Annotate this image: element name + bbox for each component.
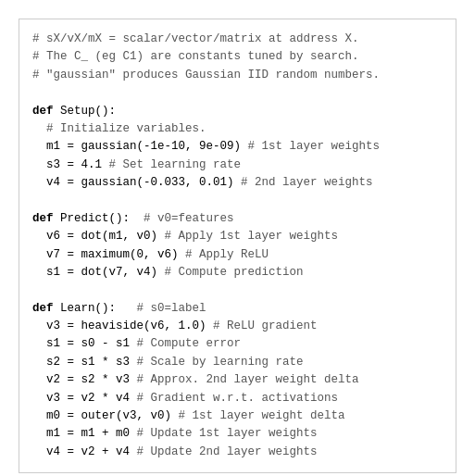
code-line-def-learn: def Learn(): # s0=label	[32, 302, 206, 315]
code-line-s3: s3 = 4.1 # Set learning rate	[32, 158, 241, 171]
code-line-s1-predict: s1 = dot(v7, v4) # Compute prediction	[32, 266, 304, 279]
code-line-init-comment: # Initialize variables.	[32, 122, 206, 135]
code-line-1: # sX/vX/mX = scalar/vector/matrix at add…	[32, 32, 359, 45]
code-line-v3-grad: v3 = v2 * v4 # Gradient w.r.t. activatio…	[32, 392, 338, 405]
code-line-2: # The C_ (eg C1) are constants tuned by …	[32, 50, 359, 63]
code-line-m1-update: m1 = m1 + m0 # Update 1st layer weights	[32, 427, 318, 440]
code-line-def-setup: def Setup():	[32, 105, 116, 118]
code-line-v3-init: v3 = heaviside(v6, 1.0) # ReLU gradient	[32, 319, 318, 332]
code-line-s2: s2 = s1 * s3 # Scale by learning rate	[32, 356, 304, 369]
code-block: # sX/vX/mX = scalar/vector/matrix at add…	[19, 19, 456, 473]
code-line-m1: m1 = gaussian(-1e-10, 9e-09) # 1st layer…	[32, 140, 380, 153]
code-line-v4-init: v4 = gaussian(-0.033, 0.01) # 2nd layer …	[32, 176, 373, 189]
code-line-m0: m0 = outer(v3, v0) # 1st layer weight de…	[32, 409, 345, 422]
code-line-v4-update: v4 = v2 + v4 # Update 2nd layer weights	[32, 445, 318, 458]
code-line-v6: v6 = dot(m1, v0) # Apply 1st layer weigh…	[32, 230, 338, 243]
code-line-def-predict: def Predict(): # v0=features	[32, 212, 234, 225]
code-line-3: # "gaussian" produces Gaussian IID rando…	[32, 69, 380, 81]
code-line-v2: v2 = s2 * v3 # Approx. 2nd layer weight …	[32, 373, 359, 386]
code-line-v7: v7 = maximum(0, v6) # Apply ReLU	[32, 248, 269, 261]
code-line-s1-error: s1 = s0 - s1 # Compute error	[32, 337, 241, 350]
